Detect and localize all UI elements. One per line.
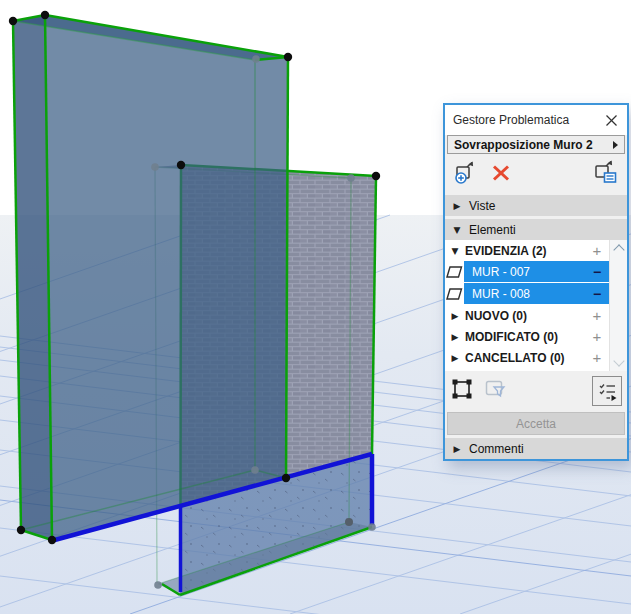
accept-button-disabled[interactable]: Accetta xyxy=(447,412,625,435)
item-label: MUR - 007 xyxy=(472,265,590,279)
wall-element-icon xyxy=(446,286,463,301)
expanded-arrow-icon: ▼ xyxy=(449,246,461,256)
add-element-button[interactable]: + xyxy=(590,243,604,258)
group-label: CANCELLATO (0) xyxy=(465,351,586,365)
filter-elements-button-disabled[interactable] xyxy=(484,377,508,404)
issue-selector-value: Sovrapposizione Muro 2 xyxy=(454,138,613,152)
scroll-up-icon[interactable] xyxy=(613,244,624,255)
issue-details-button[interactable] xyxy=(593,160,619,189)
tree-item-mur-008[interactable]: MUR - 008 − xyxy=(445,283,610,304)
section-commenti[interactable]: ▶ Commenti xyxy=(445,438,627,459)
expanded-arrow-icon: ▼ xyxy=(451,225,463,235)
remove-element-button[interactable]: − xyxy=(590,264,604,280)
panel-bottom-toolbar xyxy=(445,371,627,410)
section-viste[interactable]: ▶ Viste xyxy=(445,195,627,216)
wall-mur-007[interactable] xyxy=(13,15,288,540)
close-button[interactable] xyxy=(603,112,619,128)
issue-manager-panel: Gestore Problematica Sovrapposizione Mur… xyxy=(443,103,629,461)
section-commenti-label: Commenti xyxy=(469,442,524,456)
group-label: NUOVO (0) xyxy=(465,309,586,323)
remove-element-button[interactable]: − xyxy=(590,286,604,302)
marquee-icon xyxy=(452,379,472,399)
tree-item-mur-007[interactable]: MUR - 007 − xyxy=(445,261,610,282)
panel-toolbar xyxy=(445,154,627,195)
panel-titlebar[interactable]: Gestore Problematica xyxy=(445,105,627,135)
section-viste-label: Viste xyxy=(469,199,495,213)
new-issue-button[interactable] xyxy=(453,160,479,189)
scroll-down-icon[interactable] xyxy=(613,355,624,366)
collapsed-arrow-icon: ▶ xyxy=(449,353,461,363)
collapsed-arrow-icon: ▶ xyxy=(451,201,463,211)
tree-group-cancellato[interactable]: ▶ CANCELLATO (0) + xyxy=(445,347,610,368)
tree-group-nuovo[interactable]: ▶ NUOVO (0) + xyxy=(445,305,610,326)
add-element-button[interactable]: + xyxy=(590,308,604,323)
item-label: MUR - 008 xyxy=(472,287,590,301)
group-label: MODIFICATO (0) xyxy=(465,330,586,344)
group-label: EVIDENZIA (2) xyxy=(465,244,586,258)
panel-title: Gestore Problematica xyxy=(453,113,603,127)
section-elementi[interactable]: ▼ Elementi xyxy=(445,219,627,240)
delete-issue-button[interactable] xyxy=(491,163,511,186)
collapsed-arrow-icon: ▶ xyxy=(451,444,463,454)
accept-button-label: Accetta xyxy=(516,417,556,431)
close-icon xyxy=(605,114,618,127)
checklist-icon xyxy=(597,381,617,401)
dropdown-arrow-icon xyxy=(613,141,618,149)
issue-add-icon xyxy=(453,160,479,186)
tree-scrollbar[interactable] xyxy=(609,240,627,371)
element-list-options-button[interactable] xyxy=(592,376,622,406)
tree-group-evidenzia[interactable]: ▼ EVIDENZIA (2) + xyxy=(445,240,610,261)
add-element-button[interactable]: + xyxy=(590,329,604,344)
wall-mur-007-front-face[interactable] xyxy=(45,15,288,540)
add-element-button[interactable]: + xyxy=(590,350,604,365)
collapsed-arrow-icon: ▶ xyxy=(449,311,461,321)
delete-x-icon xyxy=(491,163,511,183)
wall-element-icon xyxy=(446,264,463,279)
issue-selector-dropdown[interactable]: Sovrapposizione Muro 2 xyxy=(447,135,625,154)
element-tree: ▼ EVIDENZIA (2) + MUR - 007 − xyxy=(445,240,627,371)
section-elementi-label: Elementi xyxy=(469,223,516,237)
collapsed-arrow-icon: ▶ xyxy=(449,332,461,342)
marquee-select-button[interactable] xyxy=(452,379,472,402)
tree-group-modificato[interactable]: ▶ MODIFICATO (0) + xyxy=(445,326,610,347)
issue-details-icon xyxy=(593,160,619,186)
filter-icon xyxy=(484,377,508,401)
